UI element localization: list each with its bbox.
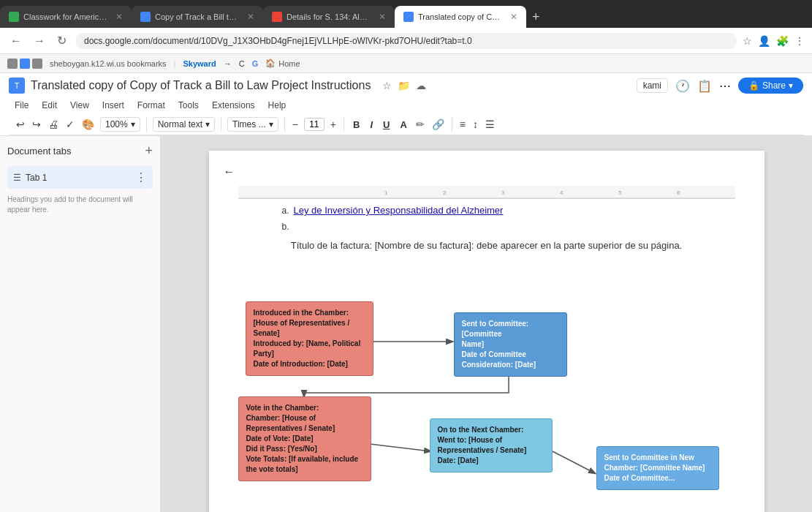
sidebar-hint-text: Headings you add to the document will ap… — [7, 195, 153, 215]
new-tab-button[interactable]: + — [526, 6, 546, 28]
menu-extensions[interactable]: Extensions — [206, 98, 261, 113]
star-icon[interactable]: ☆ — [382, 80, 392, 91]
tab-label-classwork: Classwork for American Civics — [23, 12, 108, 21]
tab-classwork[interactable]: Classwork for American Civics ✕ — [0, 6, 132, 28]
home-icon: 🏠 — [265, 59, 276, 68]
svg-text:3: 3 — [501, 189, 505, 196]
flowchart: Introduced in the Chamber: [House of Rep… — [238, 265, 750, 513]
font-selector[interactable]: Times ... ▾ — [227, 117, 278, 132]
tab-alzheimer[interactable]: Details for S. 134: Alzheimer's ✕ — [263, 6, 395, 28]
box-next-chamber-text: On to the Next Chamber: Went to: [House … — [438, 425, 545, 466]
sidebar-title: Document tabs — [7, 146, 71, 157]
refresh-button[interactable]: ↻ — [54, 32, 69, 49]
svg-line-10 — [370, 444, 430, 451]
clock-icon[interactable]: 🕐 — [675, 79, 690, 93]
menu-edit[interactable]: Edit — [36, 98, 63, 113]
menu-icon[interactable]: ⋮ — [794, 35, 805, 47]
font-color-button[interactable]: A — [397, 118, 409, 132]
svg-text:1: 1 — [384, 189, 388, 196]
font-increase[interactable]: + — [329, 117, 338, 132]
bookmark-skyward[interactable]: Skyward — [183, 59, 216, 68]
zoom-selector[interactable]: 100% ▾ — [100, 117, 140, 132]
doc-paragraph: Título de la factura: [Nombre de su fact… — [238, 238, 735, 253]
extensions-icon[interactable]: 🧩 — [776, 35, 789, 47]
menu-help[interactable]: Help — [262, 98, 292, 113]
link-button[interactable]: 🔗 — [430, 117, 446, 132]
sidebar-add-button[interactable]: + — [145, 143, 153, 159]
toolbar-sep5 — [452, 117, 452, 132]
list-item-a[interactable]: Ley de Inversión y Responsabilidad del A… — [294, 205, 504, 216]
ruler: 1 2 3 4 5 6 7 — [238, 186, 735, 199]
bookmark-icon[interactable]: ☆ — [743, 35, 752, 47]
back-nav-button[interactable]: ← — [224, 165, 235, 178]
highlight-button[interactable]: ✏ — [414, 117, 426, 132]
docs-page-area[interactable]: ← 1 2 3 4 5 6 7 — [161, 136, 812, 512]
forward-button[interactable]: → — [31, 33, 48, 49]
sidebar-tab-menu[interactable]: ⋮ — [135, 170, 147, 184]
svg-text:5: 5 — [618, 189, 622, 196]
box-introduced-text: Introduced in the Chamber: [House of Rep… — [254, 308, 365, 369]
font-decrease[interactable]: − — [291, 117, 300, 132]
underline-button[interactable]: U — [380, 118, 392, 132]
document-sidebar: Document tabs + ☰ Tab 1 ⋮ Headings you a… — [0, 136, 161, 512]
italic-button[interactable]: I — [367, 118, 376, 132]
flowchart-box-vote: Vote in the Chamber: Chamber: [House of … — [238, 396, 371, 481]
page-content: ← 1 2 3 4 5 6 7 — [209, 151, 764, 512]
list-button[interactable]: ☰ — [484, 117, 496, 132]
tab-close-translated[interactable]: ✕ — [510, 12, 517, 22]
folder-icon[interactable]: 📁 — [398, 80, 410, 91]
svg-text:2: 2 — [443, 189, 447, 196]
share-label: Share — [762, 80, 786, 91]
toolbar-print[interactable]: 🖨 — [47, 117, 60, 132]
toolbar-sep4 — [344, 117, 344, 132]
toolbar-sep3 — [284, 117, 285, 132]
tab-icon-alzheimer — [272, 12, 282, 22]
bookmark-label-home: Home — [278, 59, 300, 68]
bookmark-home[interactable]: 🏠 Home — [265, 59, 300, 68]
toolbar-sep2 — [221, 117, 221, 132]
svg-line-11 — [553, 451, 595, 473]
menu-tools[interactable]: Tools — [172, 98, 205, 113]
back-button[interactable]: ← — [7, 33, 25, 49]
menu-file[interactable]: File — [9, 98, 34, 113]
flowchart-box-committee2: Sent to Committee in New Chamber: [Commi… — [596, 446, 719, 490]
tab-icon-classwork — [9, 12, 19, 22]
list-label-a: a. — [282, 206, 289, 216]
toolbar-undo[interactable]: ↩ — [15, 117, 26, 132]
share-button[interactable]: 🔒 Share ▾ — [738, 78, 803, 94]
menu-bar: File Edit View Insert Format Tools Exten… — [9, 97, 803, 114]
style-selector[interactable]: Normal text ▾ — [153, 117, 215, 132]
url-bar[interactable] — [75, 33, 737, 49]
menu-format[interactable]: Format — [132, 98, 171, 113]
tab-close-classwork[interactable]: ✕ — [115, 12, 123, 22]
line-spacing-button[interactable]: ↕ — [471, 117, 479, 132]
toolbar-spellcheck[interactable]: ✓ — [64, 117, 76, 132]
more-icon[interactable]: ⋯ — [719, 79, 731, 93]
font-size-input[interactable] — [304, 118, 325, 131]
tab-translated[interactable]: Translated copy of Copy of Tr... ✕ — [395, 6, 526, 28]
kami-button[interactable]: kami — [637, 78, 668, 93]
apps-button[interactable] — [7, 59, 42, 69]
bookmark-sheboygan[interactable]: sheboygan.k12.wi.us bookmarks — [50, 59, 167, 68]
tab-label-track: Copy of Track a Bill to Law Pr... — [155, 12, 240, 21]
flowchart-box-introduced: Introduced in the Chamber: [House of Rep… — [246, 301, 373, 376]
screen-share-icon[interactable]: 📋 — [697, 79, 712, 93]
tab-close-track[interactable]: ✕ — [247, 12, 254, 22]
tab-label-translated: Translated copy of Copy of Tr... — [418, 12, 503, 21]
tab-label-alzheimer: Details for S. 134: Alzheimer's — [287, 12, 371, 21]
list-label-b: b. — [282, 222, 289, 232]
align-button[interactable]: ≡ — [458, 117, 467, 132]
font-dropdown-icon: ▾ — [269, 119, 273, 129]
bold-button[interactable]: B — [350, 118, 363, 132]
sidebar-tab1[interactable]: ☰ Tab 1 ⋮ — [7, 166, 153, 189]
menu-view[interactable]: View — [64, 98, 95, 113]
google-icon: G — [252, 59, 259, 68]
tab-close-alzheimer[interactable]: ✕ — [379, 12, 386, 22]
toolbar-redo[interactable]: ↪ — [31, 117, 42, 132]
document-title[interactable]: Translated copy of Copy of Track a Bill … — [31, 79, 371, 92]
menu-insert[interactable]: Insert — [96, 98, 130, 113]
box-committee2-text: Sent to Committee in New Chamber: [Commi… — [604, 453, 711, 483]
tab-track-bill[interactable]: Copy of Track a Bill to Law Pr... ✕ — [132, 6, 263, 28]
toolbar-paint[interactable]: 🎨 — [80, 117, 96, 132]
cloud-icon[interactable]: ☁ — [416, 80, 426, 91]
